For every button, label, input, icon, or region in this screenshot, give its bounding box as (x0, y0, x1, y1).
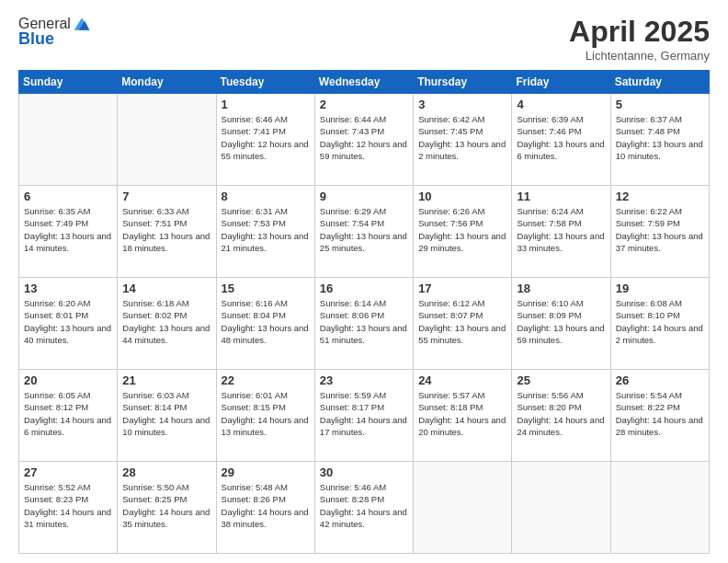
calendar-day-cell: 30Sunrise: 5:46 AMSunset: 8:28 PMDayligh… (314, 462, 413, 554)
day-info: Sunrise: 6:44 AMSunset: 7:43 PMDaylight:… (320, 113, 408, 162)
weekday-header-saturday: Saturday (610, 71, 709, 94)
calendar-day-cell: 23Sunrise: 5:59 AMSunset: 8:17 PMDayligh… (314, 370, 413, 462)
calendar-day-cell (512, 462, 610, 554)
calendar-day-cell: 9Sunrise: 6:29 AMSunset: 7:54 PMDaylight… (314, 186, 413, 278)
day-number: 26 (616, 373, 704, 387)
calendar-day-cell: 28Sunrise: 5:50 AMSunset: 8:25 PMDayligh… (118, 462, 216, 554)
day-info: Sunrise: 5:57 AMSunset: 8:18 PMDaylight:… (418, 389, 506, 438)
calendar-day-cell: 12Sunrise: 6:22 AMSunset: 7:59 PMDayligh… (610, 186, 709, 278)
day-number: 29 (222, 465, 310, 479)
calendar-day-cell: 4Sunrise: 6:39 AMSunset: 7:46 PMDaylight… (512, 94, 610, 186)
calendar-day-cell: 16Sunrise: 6:14 AMSunset: 8:06 PMDayligh… (314, 278, 413, 370)
day-number: 19 (616, 282, 704, 295)
calendar-day-cell: 1Sunrise: 6:46 AMSunset: 7:41 PMDaylight… (216, 94, 314, 186)
weekday-header-friday: Friday (512, 71, 610, 94)
calendar-day-cell: 15Sunrise: 6:16 AMSunset: 8:04 PMDayligh… (216, 278, 314, 370)
day-number: 9 (320, 190, 408, 203)
calendar-week-row: 27Sunrise: 5:52 AMSunset: 8:23 PMDayligh… (19, 462, 710, 554)
calendar-day-cell: 22Sunrise: 6:01 AMSunset: 8:15 PMDayligh… (216, 370, 314, 462)
day-info: Sunrise: 6:03 AMSunset: 8:14 PMDaylight:… (122, 389, 210, 438)
day-info: Sunrise: 6:12 AMSunset: 8:07 PMDaylight:… (418, 297, 506, 346)
day-number: 21 (122, 373, 210, 387)
page: General Blue April 2025 Lichtentanne, Ge… (0, 0, 728, 563)
calendar-day-cell: 2Sunrise: 6:44 AMSunset: 7:43 PMDaylight… (314, 94, 413, 186)
calendar-week-row: 20Sunrise: 6:05 AMSunset: 8:12 PMDayligh… (19, 370, 710, 462)
day-info: Sunrise: 5:50 AMSunset: 8:25 PMDaylight:… (122, 481, 210, 530)
calendar-day-cell (610, 462, 709, 554)
day-info: Sunrise: 6:46 AMSunset: 7:41 PMDaylight:… (222, 113, 310, 162)
day-number: 17 (418, 282, 506, 295)
weekday-header-monday: Monday (118, 71, 216, 94)
day-info: Sunrise: 5:59 AMSunset: 8:17 PMDaylight:… (320, 389, 408, 438)
day-number: 6 (24, 190, 112, 203)
day-number: 4 (517, 98, 605, 111)
day-info: Sunrise: 6:08 AMSunset: 8:10 PMDaylight:… (616, 297, 704, 346)
day-info: Sunrise: 6:24 AMSunset: 7:58 PMDaylight:… (517, 205, 605, 254)
calendar-week-row: 1Sunrise: 6:46 AMSunset: 7:41 PMDaylight… (19, 94, 710, 186)
calendar-day-cell: 17Sunrise: 6:12 AMSunset: 8:07 PMDayligh… (414, 278, 512, 370)
weekday-header-wednesday: Wednesday (314, 71, 413, 94)
day-number: 28 (122, 465, 210, 479)
calendar-week-row: 13Sunrise: 6:20 AMSunset: 8:01 PMDayligh… (19, 278, 710, 370)
day-number: 5 (616, 98, 704, 111)
day-info: Sunrise: 6:39 AMSunset: 7:46 PMDaylight:… (517, 113, 605, 162)
subtitle: Lichtentanne, Germany (569, 49, 710, 63)
header: General Blue April 2025 Lichtentanne, Ge… (18, 15, 710, 63)
day-info: Sunrise: 6:18 AMSunset: 8:02 PMDaylight:… (122, 297, 210, 346)
calendar-day-cell: 10Sunrise: 6:26 AMSunset: 7:56 PMDayligh… (414, 186, 512, 278)
day-number: 23 (320, 373, 408, 387)
day-info: Sunrise: 6:26 AMSunset: 7:56 PMDaylight:… (418, 205, 506, 254)
calendar-day-cell: 11Sunrise: 6:24 AMSunset: 7:58 PMDayligh… (512, 186, 610, 278)
day-info: Sunrise: 5:48 AMSunset: 8:26 PMDaylight:… (222, 481, 310, 530)
calendar-day-cell: 21Sunrise: 6:03 AMSunset: 8:14 PMDayligh… (118, 370, 216, 462)
day-number: 18 (517, 282, 605, 295)
day-info: Sunrise: 6:37 AMSunset: 7:48 PMDaylight:… (616, 113, 704, 162)
day-info: Sunrise: 6:16 AMSunset: 8:04 PMDaylight:… (222, 297, 310, 346)
day-info: Sunrise: 6:42 AMSunset: 7:45 PMDaylight:… (418, 113, 506, 162)
day-number: 15 (222, 282, 310, 295)
calendar-day-cell: 29Sunrise: 5:48 AMSunset: 8:26 PMDayligh… (216, 462, 314, 554)
day-number: 24 (418, 373, 506, 387)
day-info: Sunrise: 6:01 AMSunset: 8:15 PMDaylight:… (222, 389, 310, 438)
day-info: Sunrise: 6:31 AMSunset: 7:53 PMDaylight:… (222, 205, 310, 254)
day-number: 30 (320, 465, 408, 479)
calendar-table: SundayMondayTuesdayWednesdayThursdayFrid… (18, 70, 710, 554)
day-number: 10 (418, 190, 506, 203)
day-number: 25 (517, 373, 605, 387)
day-info: Sunrise: 5:56 AMSunset: 8:20 PMDaylight:… (517, 389, 605, 438)
day-number: 20 (24, 373, 112, 387)
calendar-day-cell: 6Sunrise: 6:35 AMSunset: 7:49 PMDaylight… (19, 186, 118, 278)
calendar-day-cell (19, 94, 118, 186)
day-number: 1 (222, 98, 310, 111)
calendar-day-cell: 3Sunrise: 6:42 AMSunset: 7:45 PMDaylight… (414, 94, 512, 186)
day-number: 3 (418, 98, 506, 111)
calendar-day-cell: 20Sunrise: 6:05 AMSunset: 8:12 PMDayligh… (19, 370, 118, 462)
day-info: Sunrise: 6:33 AMSunset: 7:51 PMDaylight:… (122, 205, 210, 254)
day-info: Sunrise: 6:22 AMSunset: 7:59 PMDaylight:… (616, 205, 704, 254)
weekday-header-sunday: Sunday (19, 71, 118, 94)
day-number: 16 (320, 282, 408, 295)
day-info: Sunrise: 5:54 AMSunset: 8:22 PMDaylight:… (616, 389, 704, 438)
day-info: Sunrise: 6:20 AMSunset: 8:01 PMDaylight:… (24, 297, 112, 346)
day-info: Sunrise: 6:10 AMSunset: 8:09 PMDaylight:… (517, 297, 605, 346)
day-number: 22 (222, 373, 310, 387)
logo: General Blue (18, 15, 91, 49)
calendar-day-cell: 25Sunrise: 5:56 AMSunset: 8:20 PMDayligh… (512, 370, 610, 462)
weekday-header-thursday: Thursday (414, 71, 512, 94)
calendar-day-cell: 14Sunrise: 6:18 AMSunset: 8:02 PMDayligh… (118, 278, 216, 370)
calendar-day-cell (414, 462, 512, 554)
day-info: Sunrise: 6:29 AMSunset: 7:54 PMDaylight:… (320, 205, 408, 254)
day-number: 7 (122, 190, 210, 203)
day-info: Sunrise: 5:52 AMSunset: 8:23 PMDaylight:… (24, 481, 112, 530)
day-number: 8 (222, 190, 310, 203)
logo-icon (73, 15, 91, 33)
calendar-day-cell: 8Sunrise: 6:31 AMSunset: 7:53 PMDaylight… (216, 186, 314, 278)
title-block: April 2025 Lichtentanne, Germany (569, 15, 710, 63)
calendar-day-cell: 5Sunrise: 6:37 AMSunset: 7:48 PMDaylight… (610, 94, 709, 186)
calendar-header-row: SundayMondayTuesdayWednesdayThursdayFrid… (19, 71, 710, 94)
calendar-day-cell: 27Sunrise: 5:52 AMSunset: 8:23 PMDayligh… (19, 462, 118, 554)
calendar-day-cell: 19Sunrise: 6:08 AMSunset: 8:10 PMDayligh… (610, 278, 709, 370)
calendar-day-cell: 26Sunrise: 5:54 AMSunset: 8:22 PMDayligh… (610, 370, 709, 462)
day-number: 12 (616, 190, 704, 203)
calendar-day-cell (118, 94, 216, 186)
